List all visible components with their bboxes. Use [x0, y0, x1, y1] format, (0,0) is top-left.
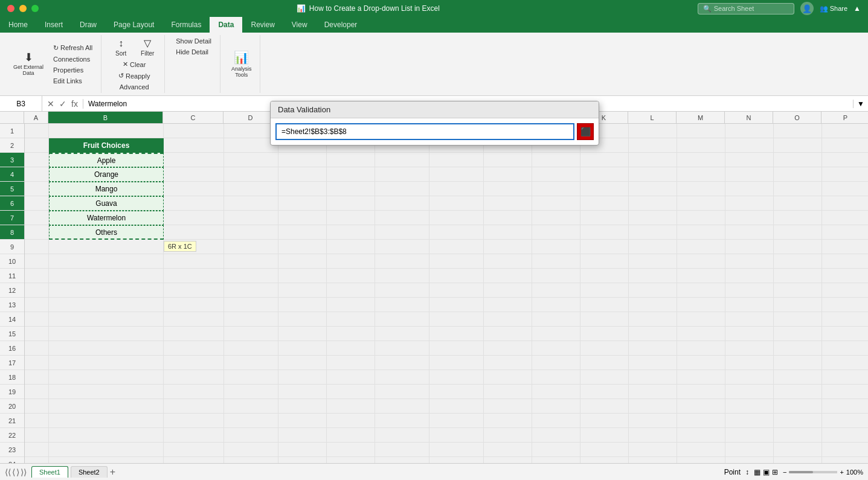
- row-5-num[interactable]: 5: [0, 182, 24, 196]
- cell-b8[interactable]: Others: [49, 225, 164, 240]
- cell-d10[interactable]: [224, 254, 278, 269]
- cell-m2[interactable]: [677, 138, 725, 153]
- share-button[interactable]: 👥 Share: [820, 5, 847, 13]
- cell-g9[interactable]: [375, 240, 429, 254]
- row-9-num[interactable]: 9: [0, 240, 24, 254]
- cell-l3[interactable]: [629, 153, 677, 167]
- cell-g4[interactable]: [375, 167, 429, 182]
- col-header-c[interactable]: C: [163, 112, 223, 123]
- cell-n6[interactable]: [725, 196, 774, 211]
- cell-j9[interactable]: [532, 240, 580, 254]
- cell-reference-box[interactable]: B3: [0, 96, 42, 111]
- cell-l10[interactable]: [629, 254, 677, 269]
- cell-g10[interactable]: [375, 254, 429, 269]
- cell-f7[interactable]: [327, 211, 375, 225]
- cell-d5[interactable]: [224, 182, 278, 196]
- cell-k3[interactable]: [580, 153, 629, 167]
- cell-l5[interactable]: [629, 182, 677, 196]
- cell-n7[interactable]: [725, 211, 774, 225]
- cell-f5[interactable]: [327, 182, 375, 196]
- row-21-num[interactable]: 21: [0, 414, 24, 428]
- cell-f9[interactable]: [327, 240, 375, 254]
- cell-n5[interactable]: [725, 182, 774, 196]
- cell-n3[interactable]: [725, 153, 774, 167]
- cell-e5[interactable]: [278, 182, 327, 196]
- tab-view[interactable]: View: [283, 17, 316, 33]
- cell-d8[interactable]: [224, 225, 278, 240]
- cell-p7[interactable]: [822, 211, 868, 225]
- cell-n9[interactable]: [725, 240, 774, 254]
- cell-p5[interactable]: [822, 182, 868, 196]
- cell-p2[interactable]: [822, 138, 868, 153]
- row-22-num[interactable]: 22: [0, 428, 24, 443]
- cell-o10[interactable]: [774, 254, 822, 269]
- cell-h10[interactable]: [429, 254, 484, 269]
- tab-insert[interactable]: Insert: [36, 17, 71, 33]
- cell-c3[interactable]: [164, 153, 224, 167]
- cell-d9[interactable]: [224, 240, 278, 254]
- cell-g3[interactable]: [375, 153, 429, 167]
- row-15-num[interactable]: 15: [0, 327, 24, 341]
- reapply-button[interactable]: ↺ Reapply: [115, 71, 153, 81]
- cell-i4[interactable]: [484, 167, 532, 182]
- cell-i10[interactable]: [484, 254, 532, 269]
- cell-a4[interactable]: [25, 167, 49, 182]
- col-header-o[interactable]: O: [773, 112, 821, 123]
- row-6-num[interactable]: 6: [0, 196, 24, 211]
- cell-g5[interactable]: [375, 182, 429, 196]
- cell-p1[interactable]: [822, 124, 868, 138]
- cell-d7[interactable]: [224, 211, 278, 225]
- cell-a8[interactable]: [25, 225, 49, 240]
- cell-h8[interactable]: [429, 225, 484, 240]
- cell-c8[interactable]: [164, 225, 224, 240]
- tab-home[interactable]: Home: [0, 17, 36, 33]
- cell-l2[interactable]: [629, 138, 677, 153]
- cell-k5[interactable]: [580, 182, 629, 196]
- cell-f3[interactable]: [327, 153, 375, 167]
- cell-a3[interactable]: [25, 153, 49, 167]
- row-11-num[interactable]: 11: [0, 269, 24, 283]
- cell-a7[interactable]: [25, 211, 49, 225]
- refresh-all-button[interactable]: ↻ Refresh All: [50, 43, 96, 53]
- cell-b3[interactable]: Apple: [49, 153, 164, 167]
- col-header-a[interactable]: A: [24, 112, 48, 123]
- cell-c2[interactable]: [164, 138, 224, 153]
- cell-p6[interactable]: [822, 196, 868, 211]
- cell-e4[interactable]: [278, 167, 327, 182]
- row-13-num[interactable]: 13: [0, 298, 24, 312]
- get-external-data-button[interactable]: ⬇ Get ExternalData: [10, 50, 47, 78]
- cell-a10[interactable]: [25, 254, 49, 269]
- zoom-slider[interactable]: [789, 471, 837, 473]
- cell-m5[interactable]: [677, 182, 725, 196]
- cell-l6[interactable]: [629, 196, 677, 211]
- cell-e7[interactable]: [278, 211, 327, 225]
- cell-e3[interactable]: [278, 153, 327, 167]
- col-header-m[interactable]: M: [677, 112, 725, 123]
- row-20-num[interactable]: 20: [0, 399, 24, 414]
- tab-draw[interactable]: Draw: [71, 17, 105, 33]
- cell-m8[interactable]: [677, 225, 725, 240]
- cell-o6[interactable]: [774, 196, 822, 211]
- cell-p8[interactable]: [822, 225, 868, 240]
- cell-h3[interactable]: [429, 153, 484, 167]
- cell-e8[interactable]: [278, 225, 327, 240]
- tab-formulas[interactable]: Formulas: [162, 17, 210, 33]
- show-detail-button[interactable]: Show Detail: [172, 36, 215, 46]
- cell-k4[interactable]: [580, 167, 629, 182]
- cell-c7[interactable]: [164, 211, 224, 225]
- cell-l1[interactable]: [629, 124, 677, 138]
- cell-b4[interactable]: Orange: [49, 167, 164, 182]
- cell-i9[interactable]: [484, 240, 532, 254]
- analysis-tools-button[interactable]: 📊 AnalysisTools: [228, 48, 256, 80]
- tab-page-layout[interactable]: Page Layout: [105, 17, 162, 33]
- row-19-num[interactable]: 19: [0, 385, 24, 399]
- row-3-num[interactable]: 3: [0, 153, 24, 167]
- cell-b10[interactable]: [49, 254, 164, 269]
- row-7-num[interactable]: 7: [0, 211, 24, 225]
- nav-prev-button[interactable]: ⟨: [12, 467, 15, 477]
- cell-g8[interactable]: [375, 225, 429, 240]
- cell-h4[interactable]: [429, 167, 484, 182]
- cell-c4[interactable]: [164, 167, 224, 182]
- cell-g6[interactable]: [375, 196, 429, 211]
- nav-last-button[interactable]: ⟩⟩: [21, 467, 27, 477]
